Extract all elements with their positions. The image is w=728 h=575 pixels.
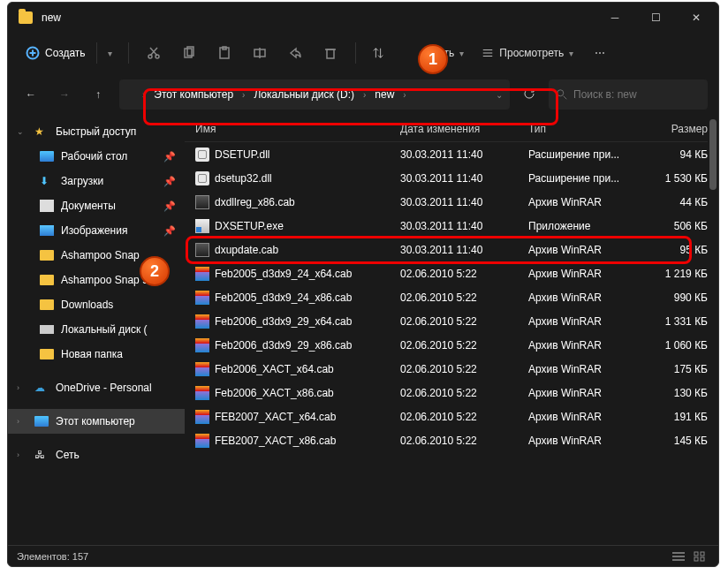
delete-button[interactable] xyxy=(315,37,346,69)
file-size: 94 КБ xyxy=(648,148,708,161)
file-date: 30.03.2011 11:40 xyxy=(400,244,528,256)
file-size: 1 219 КБ xyxy=(648,268,708,280)
up-button[interactable]: ↑ xyxy=(86,82,110,107)
sidebar-item-desktop[interactable]: Рабочий стол📌 xyxy=(8,144,185,169)
file-row[interactable]: Feb2006_XACT_x86.cab02.06.2010 5:22Архив… xyxy=(185,381,708,405)
column-headers[interactable]: Имя Дата изменения Тип Размер xyxy=(185,116,708,142)
share-button[interactable] xyxy=(279,37,311,69)
file-row[interactable]: FEB2007_XACT_x64.cab02.06.2010 5:22Архив… xyxy=(185,405,708,428)
maximize-button[interactable]: ☐ xyxy=(635,4,676,32)
file-row[interactable]: dxdllreg_x86.cab30.03.2011 11:40Архив Wi… xyxy=(185,190,708,214)
svg-point-18 xyxy=(557,90,564,96)
col-date[interactable]: Дата изменения xyxy=(400,123,528,135)
icons-view-button[interactable] xyxy=(690,549,709,564)
address-bar[interactable]: › Этот компьютер › Локальный диск (D:) ›… xyxy=(119,79,510,110)
sidebar-item-documents[interactable]: Документы📌 xyxy=(8,193,185,218)
breadcrumb-root[interactable]: Этот компьютер xyxy=(148,87,239,102)
paste-button[interactable] xyxy=(209,37,240,69)
file-list[interactable]: DSETUP.dll30.03.2011 11:40Расширение при… xyxy=(185,142,708,545)
file-icon xyxy=(195,195,209,209)
scrollbar[interactable] xyxy=(708,116,718,545)
refresh-icon xyxy=(522,87,536,101)
sidebar-item-pictures[interactable]: Изображения📌 xyxy=(8,218,185,243)
file-name: Feb2005_d3dx9_24_x64.cab xyxy=(215,268,352,280)
file-name: Feb2006_d3dx9_29_x86.cab xyxy=(215,339,352,352)
file-row[interactable]: DXSETUP.exe30.03.2011 11:40Приложение506… xyxy=(185,214,708,238)
file-name: dxdllreg_x86.cab xyxy=(215,196,295,208)
breadcrumb-folder[interactable]: new xyxy=(369,87,399,102)
file-type: Расширение при... xyxy=(528,172,648,185)
sidebar-network[interactable]: ›🖧Сеть xyxy=(8,443,185,467)
file-name: FEB2007_XACT_x86.cab xyxy=(215,435,336,447)
quick-access[interactable]: ⌄★Быстрый доступ xyxy=(8,119,185,144)
file-type: Архив WinRAR xyxy=(528,291,648,304)
cut-button[interactable] xyxy=(138,37,170,69)
details-view-button[interactable] xyxy=(669,549,688,564)
file-icon xyxy=(195,148,209,162)
file-row[interactable]: Feb2006_d3dx9_29_x86.cab02.06.2010 5:22А… xyxy=(185,333,708,357)
file-row[interactable]: dxupdate.cab30.03.2011 11:40Архив WinRAR… xyxy=(185,238,708,261)
title-bar[interactable]: new ─ ☐ ✕ xyxy=(8,3,718,33)
col-name[interactable]: Имя xyxy=(195,123,400,135)
sidebar-this-pc[interactable]: ›Этот компьютер xyxy=(8,409,185,434)
scroll-thumb[interactable] xyxy=(709,119,717,190)
file-icon xyxy=(195,362,209,376)
file-icon xyxy=(195,386,209,400)
explorer-window: new ─ ☐ ✕ Создать ▾ ровать ▾ Просмотреть xyxy=(7,2,719,567)
file-row[interactable]: dsetup32.dll30.03.2011 11:40Расширение п… xyxy=(185,166,708,190)
back-button[interactable]: ← xyxy=(19,82,43,107)
svg-rect-23 xyxy=(694,552,698,556)
sidebar-onedrive[interactable]: ›☁OneDrive - Personal xyxy=(8,375,185,400)
navigation-pane[interactable]: ⌄★Быстрый доступ Рабочий стол📌 ⬇Загрузки… xyxy=(8,116,185,545)
file-size: 506 КБ xyxy=(648,220,708,232)
forward-button[interactable]: → xyxy=(52,82,77,107)
file-row[interactable]: Feb2006_XACT_x64.cab02.06.2010 5:22Архив… xyxy=(185,357,708,381)
file-size: 990 КБ xyxy=(648,291,708,304)
file-row[interactable]: FEB2007_XACT_x86.cab02.06.2010 5:22Архив… xyxy=(185,428,708,452)
file-row[interactable]: DSETUP.dll30.03.2011 11:40Расширение при… xyxy=(185,142,708,166)
file-size: 1 331 КБ xyxy=(648,315,708,328)
col-type[interactable]: Тип xyxy=(528,123,648,135)
view-button[interactable]: Просмотреть ▾ xyxy=(474,43,580,63)
close-button[interactable]: ✕ xyxy=(676,4,717,32)
sidebar-item[interactable]: Downloads xyxy=(8,292,185,317)
file-type: Архив WinRAR xyxy=(528,363,648,375)
sidebar-item-downloads[interactable]: ⬇Загрузки📌 xyxy=(8,169,185,193)
new-button[interactable]: Создать ▾ xyxy=(19,39,119,67)
rename-button[interactable] xyxy=(244,37,276,69)
file-row[interactable]: Feb2006_d3dx9_29_x64.cab02.06.2010 5:22А… xyxy=(185,309,708,333)
search-placeholder: Поиск в: new xyxy=(573,88,637,101)
file-row[interactable]: Feb2005_d3dx9_24_x86.cab02.06.2010 5:22А… xyxy=(185,285,708,309)
file-date: 02.06.2010 5:22 xyxy=(400,315,528,328)
window-title: new xyxy=(42,11,595,24)
file-type: Архив WinRAR xyxy=(528,387,648,399)
file-size: 191 КБ xyxy=(648,411,708,423)
file-icon xyxy=(195,219,209,233)
copy-button[interactable] xyxy=(173,37,205,69)
file-type: Архив WinRAR xyxy=(528,244,648,256)
file-size: 44 КБ xyxy=(648,196,708,208)
file-icon xyxy=(195,434,209,448)
search-box[interactable]: Поиск в: new xyxy=(549,79,708,110)
file-list-pane: Имя Дата изменения Тип Размер DSETUP.dll… xyxy=(185,116,708,545)
file-size: 145 КБ xyxy=(648,435,708,447)
sidebar-item-disk[interactable]: Локальный диск ( xyxy=(8,317,185,342)
file-date: 30.03.2011 11:40 xyxy=(400,220,528,232)
history-dropdown[interactable]: ⌄ xyxy=(496,90,503,100)
sidebar-item[interactable]: Новая папка xyxy=(8,342,185,367)
refresh-button[interactable] xyxy=(519,83,540,107)
minimize-button[interactable]: ─ xyxy=(595,4,635,32)
file-icon xyxy=(195,410,209,424)
col-size[interactable]: Размер xyxy=(648,123,708,135)
breadcrumb-drive[interactable]: Локальный диск (D:) xyxy=(248,87,360,102)
file-date: 02.06.2010 5:22 xyxy=(400,339,528,352)
more-button[interactable]: ⋯ xyxy=(584,37,616,69)
search-icon xyxy=(556,88,568,101)
file-row[interactable]: Feb2005_d3dx9_24_x64.cab02.06.2010 5:22А… xyxy=(185,261,708,285)
svg-line-19 xyxy=(564,96,567,100)
file-size: 175 КБ xyxy=(648,363,708,375)
file-name: Feb2006_XACT_x86.cab xyxy=(215,387,334,399)
file-date: 30.03.2011 11:40 xyxy=(400,148,528,161)
file-date: 30.03.2011 11:40 xyxy=(400,196,528,208)
folder-icon xyxy=(19,11,33,24)
